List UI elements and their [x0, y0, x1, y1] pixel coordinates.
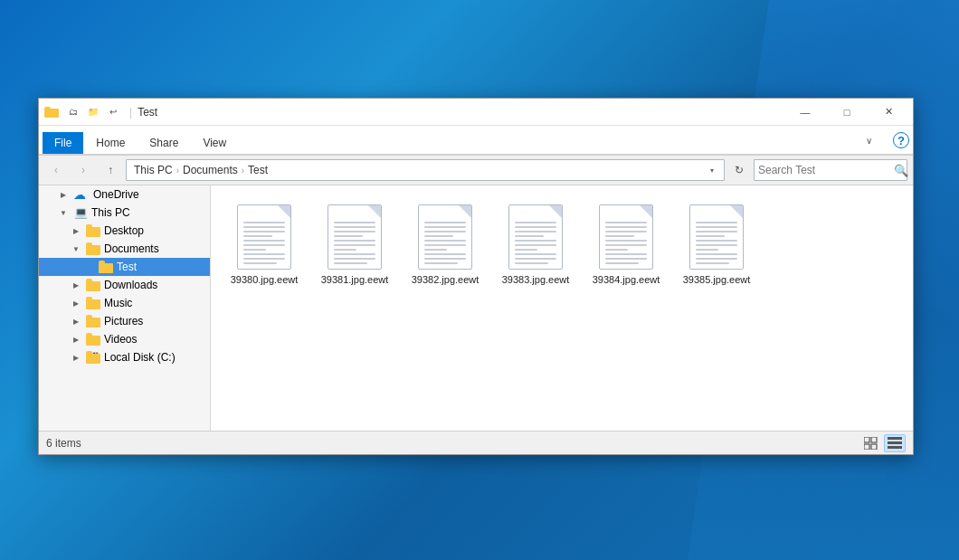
quick-access-toolbar: 🗂 📁 ↩	[64, 103, 122, 121]
music-label: Music	[104, 297, 132, 309]
title-bar: 🗂 📁 ↩ | Test — □ ✕	[39, 99, 913, 126]
breadcrumb: This PC › Documents › Test	[132, 164, 706, 176]
file-name: 39381.jpg.eewt	[321, 273, 389, 286]
main-content: ▶ OneDrive ▼ 💻 This PC ▶ Desktop ▼ Docum…	[39, 185, 913, 431]
sidebar-item-desktop[interactable]: ▶ Desktop	[39, 222, 210, 240]
search-input[interactable]	[758, 164, 894, 176]
onedrive-expand-icon: ▶	[57, 188, 70, 201]
grid-view-button[interactable]	[860, 434, 882, 452]
sidebar-item-onedrive[interactable]: ▶ OneDrive	[39, 185, 210, 204]
up-button[interactable]: ↑	[99, 159, 122, 181]
tab-file[interactable]: File	[43, 132, 83, 154]
local-disk-expand-icon: ▶	[70, 351, 82, 364]
file-explorer-window: 🗂 📁 ↩ | Test — □ ✕ File Home Share View …	[38, 98, 914, 455]
list-view-button[interactable]	[884, 434, 906, 452]
minimize-button[interactable]: —	[784, 99, 826, 126]
doc-body	[508, 204, 563, 270]
doc-fold	[640, 205, 652, 218]
search-box[interactable]: 🔍	[754, 159, 907, 181]
sidebar-item-pictures[interactable]: ▶ Pictures	[39, 312, 210, 330]
doc-line	[515, 240, 556, 242]
status-bar: 6 items	[39, 431, 913, 454]
doc-body	[237, 204, 291, 270]
breadcrumb-documents[interactable]: Documents	[181, 164, 240, 176]
maximize-button[interactable]: □	[826, 99, 868, 126]
doc-line	[334, 235, 363, 237]
file-item-f2[interactable]: 39381.jpg.eewt	[314, 198, 395, 292]
address-dropdown-button[interactable]: ▾	[706, 159, 718, 181]
desktop-expand-icon: ▶	[70, 224, 82, 237]
sidebar-item-this-pc[interactable]: ▼ 💻 This PC	[39, 204, 210, 222]
sidebar-item-test[interactable]: Test	[39, 258, 210, 276]
file-item-f3[interactable]: 39382.jpg.eewt	[404, 198, 486, 292]
file-item-f6[interactable]: 39385.jpg.eewt	[676, 198, 757, 292]
this-pc-expand-icon: ▼	[57, 206, 70, 219]
this-pc-label: This PC	[91, 206, 130, 219]
doc-line	[334, 226, 375, 228]
back-button[interactable]: ‹	[44, 159, 68, 181]
close-button[interactable]: ✕	[868, 99, 909, 126]
sidebar-item-documents[interactable]: ▼ Documents	[39, 240, 210, 258]
file-area: 39380.jpg.eewt	[211, 185, 913, 431]
videos-expand-icon: ▶	[70, 333, 82, 346]
doc-fold	[549, 205, 562, 218]
file-icon	[689, 204, 744, 270]
doc-line	[515, 235, 544, 237]
refresh-button[interactable]: ↻	[728, 159, 750, 181]
list-view-icon	[888, 437, 902, 450]
file-item-f1[interactable]: 39380.jpg.eewt	[223, 198, 305, 292]
doc-lines	[696, 222, 737, 264]
doc-lines	[334, 222, 375, 264]
file-name: 39380.jpg.eewt	[231, 273, 299, 286]
pictures-expand-icon: ▶	[70, 315, 82, 327]
address-box[interactable]: This PC › Documents › Test ▾	[126, 159, 725, 181]
svg-rect-4	[888, 437, 902, 440]
doc-line	[243, 222, 285, 223]
file-name: 39382.jpg.eewt	[412, 273, 480, 286]
file-item-f5[interactable]: 39384.jpg.eewt	[585, 198, 667, 292]
pictures-folder-icon	[86, 315, 100, 327]
breadcrumb-test[interactable]: Test	[246, 164, 270, 176]
file-item-f4[interactable]: 39383.jpg.eewt	[495, 198, 576, 292]
tab-home[interactable]: Home	[84, 132, 137, 154]
doc-line	[605, 262, 639, 264]
doc-body	[328, 204, 382, 270]
svg-rect-5	[888, 441, 902, 444]
local-disk-icon: 💾	[86, 351, 100, 364]
tab-share[interactable]: Share	[138, 132, 190, 154]
files-grid: 39380.jpg.eewt	[220, 195, 904, 296]
tab-view[interactable]: View	[191, 132, 238, 154]
qa-properties-button[interactable]: 🗂	[64, 103, 82, 121]
ribbon: File Home Share View ∨ ?	[39, 126, 913, 156]
qa-undo-button[interactable]: ↩	[104, 103, 122, 121]
ribbon-tab-bar: File Home Share View ∨ ?	[39, 126, 913, 155]
downloads-folder-icon	[86, 279, 100, 291]
file-name: 39385.jpg.eewt	[683, 273, 751, 286]
doc-line	[515, 249, 537, 251]
breadcrumb-sep-2: ›	[242, 166, 244, 176]
sidebar-item-downloads[interactable]: ▶ Downloads	[39, 276, 210, 294]
videos-folder-icon	[86, 333, 100, 346]
breadcrumb-this-pc[interactable]: This PC	[132, 164, 175, 176]
documents-label: Documents	[104, 242, 159, 255]
doc-line	[696, 244, 737, 246]
doc-lines	[515, 222, 556, 264]
qa-new-folder-button[interactable]: 📁	[84, 103, 102, 121]
doc-line	[243, 249, 266, 251]
file-name: 39383.jpg.eewt	[502, 273, 570, 286]
search-icon-button[interactable]: 🔍	[894, 161, 908, 179]
sidebar-item-music[interactable]: ▶ Music	[39, 294, 210, 312]
ribbon-expand-button[interactable]: ∨	[848, 127, 889, 154]
forward-button[interactable]: ›	[71, 159, 95, 181]
svg-rect-2	[864, 444, 869, 450]
doc-line	[605, 244, 647, 246]
doc-lines	[605, 222, 647, 264]
doc-line	[515, 244, 556, 246]
help-button[interactable]: ?	[893, 132, 909, 148]
doc-line	[605, 240, 647, 242]
sidebar-item-videos[interactable]: ▶ Videos	[39, 330, 210, 348]
doc-line	[424, 258, 466, 260]
doc-line	[424, 240, 466, 242]
desktop-label: Desktop	[104, 224, 144, 237]
sidebar-item-local-disk[interactable]: ▶ 💾 Local Disk (C:)	[39, 348, 210, 366]
